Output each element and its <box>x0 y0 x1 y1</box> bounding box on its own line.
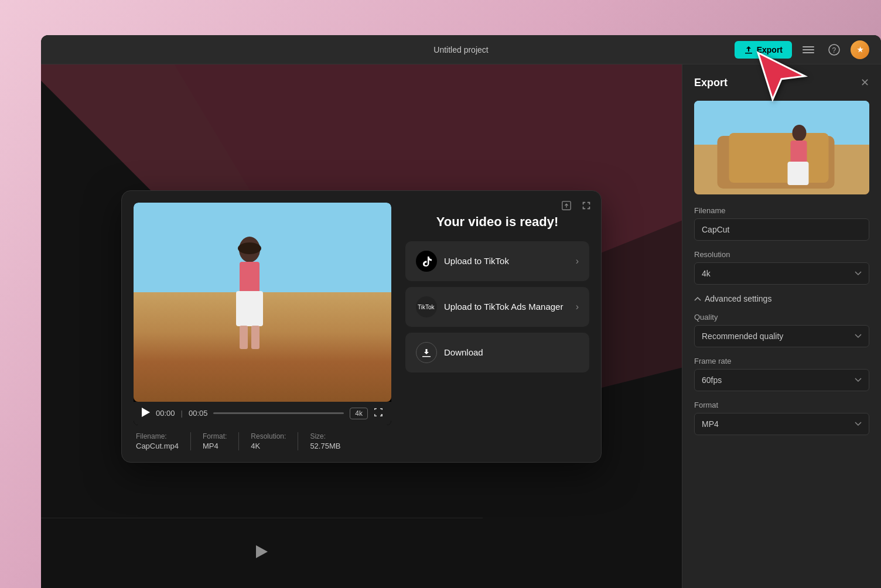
tiktok-icon <box>416 251 437 272</box>
svg-rect-11 <box>236 291 263 326</box>
menu-icon-button[interactable] <box>799 40 818 59</box>
size-label: Size: <box>310 432 340 440</box>
time-total: 00:05 <box>189 409 208 418</box>
resolution-field-label: Resolution <box>694 250 869 259</box>
top-bar-actions: Export ? ★ <box>597 40 869 59</box>
quality-badge: 4k <box>350 408 368 419</box>
main-content: 00:00 | 00:05 4k <box>41 64 881 588</box>
app-window: Untitled project Export <box>41 35 881 588</box>
panel-close-button[interactable]: ✕ <box>860 76 869 89</box>
framerate-select-value: 60fps <box>702 375 722 385</box>
help-icon-button[interactable]: ? <box>825 40 844 59</box>
divider-3 <box>298 432 298 450</box>
quality-field-container: Quality Recommended quality <box>694 313 869 347</box>
modal-overlay: 00:00 | 00:05 4k <box>41 64 682 588</box>
tiktok-chevron-icon: › <box>576 256 579 266</box>
resolution-chevron-icon <box>855 271 862 276</box>
tiktok-ads-logo-icon: TikTok <box>418 302 435 312</box>
svg-rect-13 <box>251 326 259 349</box>
download-label: Download <box>444 347 483 357</box>
time-current: 00:00 <box>156 409 175 418</box>
resolution-select-value: 4k <box>702 269 711 278</box>
filename-field-container: Filename <box>694 206 869 250</box>
filename-value: CapCut.mp4 <box>136 442 179 450</box>
export-btn-label: Export <box>757 45 783 54</box>
share-icon <box>561 200 572 211</box>
help-icon: ? <box>828 44 840 56</box>
svg-rect-10 <box>240 262 259 294</box>
filename-label: Filename: <box>136 432 179 440</box>
quality-chevron-icon <box>855 334 862 339</box>
resolution-value: 4K <box>251 442 286 450</box>
tiktok-ads-icon: TikTok <box>416 296 437 317</box>
hamburger-icon <box>803 44 814 56</box>
file-info: Filename: CapCut.mp4 Format: MP4 <box>134 432 391 450</box>
editor-area: 00:00 | 00:05 4k <box>41 64 682 588</box>
resolution-info: Resolution: 4K <box>251 432 286 450</box>
resolution-field-container: Resolution 4k <box>694 250 869 285</box>
export-panel: Export ✕ <box>682 64 881 588</box>
size-info: Size: 52.75MB <box>310 432 340 450</box>
svg-text:?: ? <box>832 46 836 54</box>
format-select[interactable]: MP4 <box>694 413 869 435</box>
dialog-fullscreen-button[interactable] <box>581 200 592 214</box>
video-thumbnail <box>134 203 391 402</box>
svg-point-21 <box>793 125 807 141</box>
avatar-button[interactable]: ★ <box>851 40 869 59</box>
resolution-label: Resolution: <box>251 432 286 440</box>
svg-text:TikTok: TikTok <box>418 304 435 310</box>
advanced-chevron-icon <box>694 296 701 301</box>
upload-tiktok-ads-label: Upload to TikTok Ads Manager <box>444 302 563 312</box>
upload-tiktok-label: Upload to TikTok <box>444 256 509 266</box>
format-select-value: MP4 <box>702 419 719 429</box>
project-title: Untitled project <box>433 45 488 54</box>
panel-preview-thumbnail <box>694 101 869 194</box>
format-label: Format: <box>203 432 227 440</box>
svg-rect-22 <box>791 141 807 164</box>
dialog-share-button[interactable] <box>561 200 572 214</box>
format-chevron-icon <box>855 422 862 426</box>
advanced-settings-toggle[interactable]: Advanced settings <box>694 294 771 303</box>
quality-field-label: Quality <box>694 313 869 322</box>
tiktok-logo-icon <box>421 255 432 267</box>
panel-header: Export ✕ <box>694 76 869 89</box>
svg-rect-12 <box>240 326 248 349</box>
framerate-field-label: Frame rate <box>694 357 869 365</box>
export-dialog: 00:00 | 00:05 4k <box>121 190 602 463</box>
download-icon <box>416 342 437 363</box>
progress-bar[interactable] <box>213 412 344 414</box>
svg-rect-1 <box>803 49 814 50</box>
format-field-container: Format MP4 <box>694 401 869 435</box>
advanced-settings-label: Advanced settings <box>705 294 771 303</box>
format-value: MP4 <box>203 442 227 450</box>
tiktok-ads-chevron-icon: › <box>576 302 579 312</box>
resolution-select[interactable]: 4k <box>694 262 869 285</box>
fullscreen-button[interactable] <box>374 408 383 419</box>
upload-tiktok-button[interactable]: Upload to TikTok › <box>405 241 589 281</box>
ready-title: Your video is ready! <box>405 214 589 230</box>
expand-icon <box>581 200 592 211</box>
svg-rect-0 <box>803 46 814 47</box>
format-field-label: Format <box>694 401 869 409</box>
panel-video-preview <box>694 101 869 194</box>
svg-rect-2 <box>803 52 814 53</box>
svg-rect-23 <box>788 162 809 185</box>
svg-rect-20 <box>729 133 829 183</box>
filename-field-label: Filename <box>694 206 869 215</box>
export-button[interactable]: Export <box>735 41 792 59</box>
upload-tiktok-ads-button[interactable]: TikTok Upload to TikTok Ads Manager › <box>405 287 589 327</box>
quality-select-value: Recommended quality <box>702 331 783 341</box>
divider-1 <box>190 432 191 450</box>
quality-select[interactable]: Recommended quality <box>694 325 869 347</box>
video-preview: 00:00 | 00:05 4k <box>134 203 391 450</box>
format-info: Format: MP4 <box>203 432 227 450</box>
framerate-select[interactable]: 60fps <box>694 369 869 391</box>
play-button[interactable] <box>142 408 150 419</box>
fullscreen-icon <box>374 408 383 417</box>
filename-input[interactable] <box>694 218 869 241</box>
person-silhouette <box>223 235 276 352</box>
avatar-icon: ★ <box>857 46 863 54</box>
download-button[interactable]: Download <box>405 333 589 372</box>
svg-marker-14 <box>142 408 150 417</box>
dialog-actions: Your video is ready! Upload to TikTok › <box>405 203 589 450</box>
